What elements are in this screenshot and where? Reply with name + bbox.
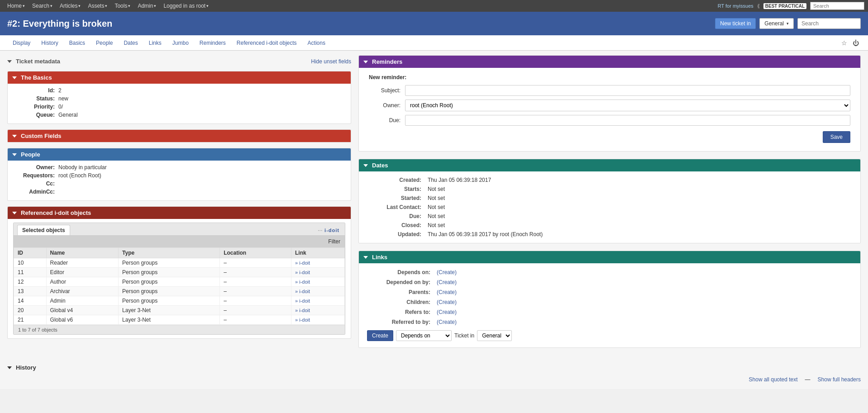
cell-name: Editor — [46, 268, 119, 277]
metadata-collapse-icon — [7, 60, 12, 63]
ticket-metadata-section[interactable]: Ticket metadata Hide unset fields — [7, 55, 351, 67]
dates-last-contact-value: Not set — [425, 203, 854, 211]
nav-assets[interactable]: Assets ▾ — [84, 0, 111, 12]
table-row: 12 Author Person groups – » i-doit — [14, 277, 345, 287]
status-label: Status: — [13, 95, 58, 102]
cell-link[interactable]: » i-doit — [291, 306, 345, 315]
nav-home[interactable]: Home ▾ — [4, 0, 29, 12]
cell-location: – — [220, 287, 291, 296]
dates-started-value: Not set — [425, 194, 854, 202]
referred-to-by-create-link[interactable]: (Create) — [437, 319, 457, 325]
reminder-owner-row: Owner: root (Enoch Root) — [369, 100, 850, 111]
subnav-display[interactable]: Display — [7, 36, 36, 50]
nav-tools[interactable]: Tools ▾ — [111, 0, 134, 12]
table-row: 14 Admin Person groups – » i-doit — [14, 296, 345, 306]
nav-admin[interactable]: Admin ▾ — [134, 0, 160, 12]
history-collapse-icon — [7, 366, 12, 369]
basics-collapse-icon — [12, 76, 17, 79]
depends-on-create-link[interactable]: (Create) — [437, 269, 457, 275]
col-name: Name — [46, 248, 119, 258]
people-card-header[interactable]: People — [8, 148, 351, 161]
depended-on-by-create-link[interactable]: (Create) — [437, 279, 457, 285]
cell-link[interactable]: » i-doit — [291, 258, 345, 268]
subnav-actions[interactable]: Actions — [302, 36, 331, 50]
subnav-basics[interactable]: Basics — [64, 36, 91, 50]
basics-card-header[interactable]: The Basics — [8, 71, 351, 84]
idoit-link[interactable]: » i-doit — [295, 270, 310, 275]
header-search-input[interactable] — [797, 18, 861, 29]
idoit-link[interactable]: » i-doit — [295, 260, 310, 266]
clock-icon[interactable]: ⏻ — [851, 38, 861, 47]
subnav-history[interactable]: History — [36, 36, 63, 50]
links-queue-select[interactable]: General — [477, 330, 512, 341]
reminder-save-button[interactable]: Save — [823, 131, 850, 143]
cell-link[interactable]: » i-doit — [291, 315, 345, 325]
refers-to-create-link[interactable]: (Create) — [437, 309, 457, 315]
cell-link[interactable]: » i-doit — [291, 268, 345, 277]
dates-closed-label: Closed: — [365, 221, 424, 229]
main-content: Ticket metadata Hide unset fields The Ba… — [0, 51, 868, 358]
links-depends-on-create: (Create) — [434, 268, 854, 277]
dates-updated-label: Updated: — [365, 230, 424, 238]
queue-label: Queue: — [13, 112, 58, 118]
custom-fields-header[interactable]: Custom Fields — [8, 130, 351, 142]
cell-location: – — [220, 277, 291, 287]
rt-for-myissues-link[interactable]: RT for myissues — [718, 3, 754, 9]
referenced-card-body: Selected objects ··· i-doit Filter ID — [8, 219, 351, 338]
history-toggle[interactable]: History — [7, 362, 861, 373]
general-dropdown-button[interactable]: General ▾ — [759, 18, 794, 29]
dates-card-header[interactable]: Dates — [359, 159, 860, 171]
selected-objects-tab[interactable]: Selected objects — [17, 225, 70, 235]
nav-logged-in[interactable]: Logged in as root ▾ — [160, 0, 212, 12]
nav-articles[interactable]: Articles ▾ — [56, 0, 84, 12]
show-all-quoted-link[interactable]: Show all quoted text — [749, 376, 798, 383]
hide-unset-link[interactable]: Hide unset fields — [311, 58, 351, 65]
ticket-metadata-label: Ticket metadata — [16, 58, 60, 65]
basics-id-row: Id: 2 — [13, 87, 345, 94]
show-full-headers-link[interactable]: Show full headers — [818, 376, 861, 383]
dates-created-value: Thu Jan 05 06:39:18 2017 — [425, 176, 854, 184]
idoit-link[interactable]: » i-doit — [295, 289, 310, 294]
idoit-link[interactable]: » i-doit — [295, 279, 310, 285]
links-referred-to-by-row: Referred to by: (Create) — [365, 318, 854, 327]
idoit-link[interactable]: » i-doit — [295, 308, 310, 313]
subnav-links[interactable]: Links — [143, 36, 167, 50]
dates-updated-value: Thu Jan 05 06:39:18 2017 by root (Enoch … — [425, 230, 854, 238]
links-create-button[interactable]: Create — [367, 330, 393, 341]
cell-link[interactable]: » i-doit — [291, 296, 345, 306]
subnav-people[interactable]: People — [91, 36, 118, 50]
idoit-link[interactable]: » i-doit — [295, 317, 310, 323]
subnav-reminders[interactable]: Reminders — [194, 36, 231, 50]
star-icon[interactable]: ☆ — [839, 38, 849, 47]
idoit-filter-bar: Filter — [14, 236, 345, 247]
reminder-subject-input[interactable] — [405, 85, 850, 96]
subnav-referenced[interactable]: Referenced i-doit objects — [231, 36, 302, 50]
idoit-table: ID Name Type Location Link 10 Reader Per… — [14, 247, 345, 325]
reminders-card-header[interactable]: Reminders — [359, 56, 860, 68]
cell-location: – — [220, 268, 291, 277]
cell-id: 14 — [14, 296, 47, 306]
top-nav-right: RT for myissues ⟪ BEST PRACTICAL — [718, 2, 864, 10]
parents-create-link[interactable]: (Create) — [437, 289, 457, 295]
cell-link[interactable]: » i-doit — [291, 287, 345, 296]
cell-link[interactable]: » i-doit — [291, 277, 345, 287]
nav-search[interactable]: Search ▾ — [29, 0, 56, 12]
dates-starts-row: Starts: Not set — [365, 185, 854, 193]
links-depends-on-row: Depends on: (Create) — [365, 268, 854, 277]
cell-type: Person groups — [119, 296, 220, 306]
idoit-link[interactable]: » i-doit — [295, 298, 310, 304]
links-children-label: Children: — [365, 298, 433, 307]
top-search-input[interactable] — [810, 2, 864, 10]
people-collapse-icon — [12, 153, 17, 156]
reminder-owner-select[interactable]: root (Enoch Root) — [405, 100, 850, 111]
cell-type: Person groups — [119, 287, 220, 296]
children-create-link[interactable]: (Create) — [437, 299, 457, 305]
subnav-jumbo[interactable]: Jumbo — [167, 36, 194, 50]
links-type-select[interactable]: Depends onDepended on byParentsChildrenR… — [396, 330, 452, 341]
subnav-dates[interactable]: Dates — [118, 36, 143, 50]
referenced-card-header[interactable]: Referenced i-doit objects — [8, 207, 351, 219]
history-label: History — [16, 364, 36, 371]
new-ticket-button[interactable]: New ticket in — [715, 18, 756, 29]
links-card-header[interactable]: Links — [359, 251, 860, 263]
reminder-due-input[interactable] — [405, 115, 850, 126]
